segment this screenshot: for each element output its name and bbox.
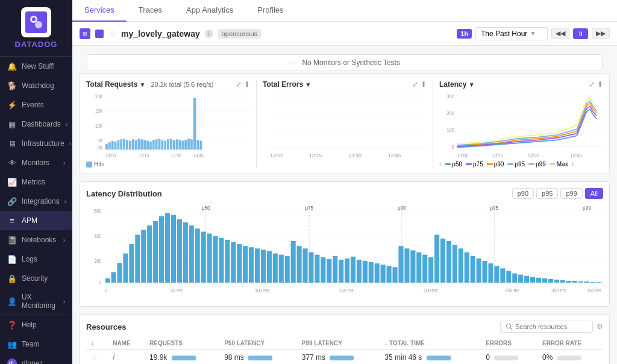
row-name[interactable]: / <box>108 350 145 365</box>
search-resources-box[interactable] <box>500 321 593 333</box>
errors-bar <box>494 356 518 360</box>
sidebar-item-monitors[interactable]: 👁 Monitors › <box>0 153 72 172</box>
sidebar-item-help[interactable]: ❓ Help <box>0 315 72 334</box>
svg-rect-34 <box>167 139 169 149</box>
svg-rect-15 <box>111 141 114 150</box>
total-requests-title[interactable]: Total Requests ▼ <box>86 80 145 89</box>
svg-rect-158 <box>530 277 535 283</box>
error-rate-header[interactable]: ERROR RATE <box>537 337 603 350</box>
p90-button[interactable]: p90 <box>512 188 534 199</box>
total-time-header[interactable]: ↓ TOTAL TIME <box>380 337 481 350</box>
table-row: ☆ / 19.9k 98 ms 377 ms <box>86 350 603 365</box>
p95-button[interactable]: p95 <box>536 188 558 199</box>
chart-divider-2 <box>433 80 433 168</box>
export-latency-icon[interactable]: ⬆ <box>597 80 603 89</box>
latency-distribution-section: Latency Distribution p90 p95 p99 All 600… <box>80 181 610 307</box>
svg-rect-28 <box>149 142 152 149</box>
svg-rect-128 <box>351 257 355 283</box>
svg-rect-99 <box>177 219 182 283</box>
p99-latency-header[interactable]: P99 LATENCY <box>297 337 380 350</box>
sidebar-item-logs[interactable]: 📄 Logs <box>0 249 72 269</box>
help-icon: ❓ <box>7 320 17 330</box>
latency-area: 300 200 100 0 13:00 13:15 13:30 13:45 <box>439 92 603 158</box>
svg-rect-165 <box>572 281 577 283</box>
tab-profiles[interactable]: Profiles <box>245 0 295 22</box>
sidebar-item-integrations[interactable]: 🔗 Integrations › <box>0 192 72 211</box>
svg-rect-103 <box>201 231 206 283</box>
infrastructure-icon: 🖥 <box>7 139 17 148</box>
time-next-button[interactable]: ▶▶ <box>592 28 610 39</box>
svg-text:13:30: 13:30 <box>348 152 362 158</box>
total-errors-title[interactable]: Total Errors ▼ <box>263 80 311 89</box>
svg-rect-130 <box>363 261 368 283</box>
svg-rect-144 <box>446 241 451 283</box>
svg-text:100: 100 <box>446 128 454 134</box>
svg-rect-16 <box>114 142 117 149</box>
sidebar-item-ux-monitoring[interactable]: 👤 UX Monitoring › <box>0 288 72 315</box>
sidebar-item-metrics[interactable]: 📈 Metrics <box>0 172 72 192</box>
alert-bar: — No Monitors or Synthetic Tests <box>87 54 603 71</box>
requests-header[interactable]: REQUESTS <box>145 337 219 350</box>
name-header[interactable]: NAME <box>108 337 145 350</box>
expand-requests-icon[interactable]: ⤢ <box>236 80 242 89</box>
sidebar-item-user[interactable]: dL dlopez <box>0 354 72 364</box>
expand-latency-icon[interactable]: ⤢ <box>589 80 595 89</box>
tab-traces[interactable]: Traces <box>127 0 174 22</box>
row-p50: 98 ms <box>219 350 297 365</box>
svg-rect-159 <box>536 278 541 283</box>
top-navigation: Services Traces App Analytics Profiles <box>72 0 617 22</box>
row-star[interactable]: ☆ <box>86 350 108 365</box>
ux-icon: 👤 <box>7 297 17 306</box>
svg-text:20K: 20K <box>95 93 103 99</box>
resources-title: Resources <box>86 322 500 331</box>
svg-rect-91 <box>129 244 134 283</box>
svg-rect-25 <box>140 139 143 149</box>
search-resources-input[interactable] <box>515 323 587 330</box>
p50-latency-header[interactable]: P50 LATENCY <box>219 337 297 350</box>
svg-rect-24 <box>137 139 140 149</box>
expand-errors-icon[interactable]: ⤢ <box>412 80 418 89</box>
legend-prev-arrow[interactable]: ‹ <box>439 161 441 168</box>
time-range-select[interactable]: The Past Hour ▼ <box>475 27 548 40</box>
sidebar-item-dashboards[interactable]: ▦ Dashboards › <box>0 115 72 134</box>
p99-button[interactable]: p99 <box>560 188 582 199</box>
all-button[interactable]: All <box>585 188 603 199</box>
info-icon[interactable]: i <box>205 30 213 38</box>
sidebar-item-new-stuff[interactable]: 🔔 New Stuff! <box>0 57 72 76</box>
sidebar-item-infrastructure[interactable]: 🖥 Infrastructure › <box>0 134 72 153</box>
time-dropdown-arrow: ▼ <box>530 30 536 37</box>
svg-text:10K: 10K <box>95 123 103 129</box>
sidebar-label-team: Team <box>22 340 39 348</box>
sidebar-label-watchdog: Watchdog <box>22 81 54 90</box>
sidebar-item-apm[interactable]: ≡ APM <box>0 211 72 230</box>
sort-arrow[interactable]: ↓ <box>91 340 94 347</box>
latency-title[interactable]: Latency ▼ <box>439 80 475 89</box>
star-icon[interactable]: ☆ <box>108 29 116 39</box>
svg-text:p95: p95 <box>490 205 499 212</box>
sidebar-item-team[interactable]: 👥 Team <box>0 334 72 354</box>
errors-caret: ▼ <box>305 81 311 88</box>
settings-icon[interactable]: ⚙ <box>597 322 603 331</box>
sidebar-item-events[interactable]: ⚡ Events <box>0 95 72 115</box>
time-pause-button[interactable]: ⏸ <box>573 28 588 39</box>
latency-dist-chart: 600 400 200 0 p50 p75 p90 p95 p99 <box>86 204 603 300</box>
latency-dist-title: Latency Distribution <box>86 189 512 198</box>
svg-rect-104 <box>207 234 212 283</box>
sidebar-item-security[interactable]: 🔒 Security <box>0 269 72 288</box>
svg-rect-39 <box>181 141 184 150</box>
export-errors-icon[interactable]: ⬆ <box>421 80 427 89</box>
svg-text:50 ms: 50 ms <box>171 287 183 293</box>
legend-next-arrow[interactable]: › <box>572 161 574 168</box>
logs-icon: 📄 <box>7 254 17 264</box>
svg-rect-94 <box>147 225 152 283</box>
export-requests-icon[interactable]: ⬆ <box>244 80 250 89</box>
total-time-bar <box>427 356 451 360</box>
row-error-rate: 0% <box>537 350 603 365</box>
hits-color <box>86 162 92 168</box>
tab-app-analytics[interactable]: App Analytics <box>174 0 245 22</box>
sidebar-item-watchdog[interactable]: 🐕 Watchdog <box>0 76 72 95</box>
sidebar-item-notebooks[interactable]: 📓 Notebooks › <box>0 230 72 249</box>
errors-header[interactable]: ERRORS <box>481 337 537 350</box>
time-prev-button[interactable]: ◀◀ <box>551 28 569 39</box>
tab-services[interactable]: Services <box>72 0 127 22</box>
